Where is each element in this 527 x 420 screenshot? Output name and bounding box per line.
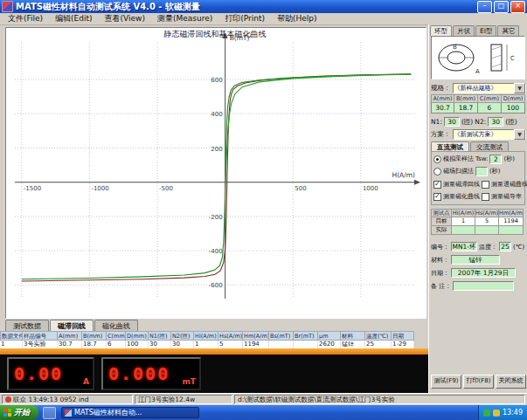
radio-sweep-method[interactable] — [433, 168, 441, 176]
menu-item-4[interactable]: 打印(Print) — [218, 13, 271, 24]
dim-value-field[interactable]: 6 — [478, 103, 502, 114]
menu-item-5[interactable]: 帮助(Help) — [271, 13, 323, 24]
sample-type-tab-1[interactable]: 片状 — [453, 25, 475, 36]
radio-sampling-method[interactable] — [433, 155, 441, 163]
temperature-field[interactable]: 25 — [499, 242, 511, 251]
result-cell[interactable]: 1194 — [243, 341, 269, 348]
menu-item-1[interactable]: 编辑(Edit) — [49, 13, 98, 24]
result-column-header[interactable]: Bs(mT) — [269, 331, 294, 341]
sample-type-tab-3[interactable]: 其它 — [497, 25, 519, 36]
plan-value: 《新测试方案》 — [454, 130, 515, 139]
result-column-header[interactable]: N1(匝) — [149, 331, 171, 341]
result-cell[interactable]: 30 — [149, 341, 171, 348]
chevron-down-icon[interactable]: ▼ — [514, 83, 525, 93]
close-button[interactable]: × — [510, 1, 525, 13]
check-label: 测量磁化曲线 — [443, 192, 480, 201]
result-column-header[interactable]: 温度(℃) — [365, 331, 392, 341]
sweep-field[interactable] — [475, 167, 488, 176]
checkbox-magnetization[interactable] — [433, 193, 441, 201]
table-row[interactable]: 13号实验30.718.7610030301511942620锰锌251-29 — [0, 341, 428, 348]
view-tab-2[interactable]: 磁化曲线 — [94, 320, 138, 331]
status-text: d:\测试数据\软磁测试数据\直流测试数据\江门3号实验 — [238, 396, 395, 404]
start-button[interactable]: 开始 — [0, 405, 38, 420]
menu-item-3[interactable]: 测量(Measure) — [151, 13, 218, 24]
result-cell[interactable]: 5 — [218, 341, 243, 348]
result-column-header[interactable]: 样品编号 — [23, 331, 58, 341]
points-column-header: Hm(A/m) — [499, 209, 524, 217]
minimize-button[interactable]: – — [477, 1, 492, 13]
result-column-header[interactable]: 数据文件 — [0, 331, 23, 341]
result-cell[interactable]: 1 — [194, 341, 218, 348]
shutdown-button[interactable]: 关闭系统 — [496, 375, 526, 389]
checkbox-demag[interactable] — [482, 181, 489, 189]
print-button[interactable]: 打印(F8) — [463, 375, 494, 389]
menu-item-2[interactable]: 查看(View) — [99, 13, 151, 24]
sample-type-tab-2[interactable]: EI型 — [475, 25, 496, 36]
result-column-header[interactable]: Br(mT) — [294, 331, 318, 341]
result-cell[interactable] — [294, 341, 318, 348]
menu-item-0[interactable]: 文件(File) — [2, 13, 49, 24]
points-cell[interactable]: 1 — [452, 217, 475, 226]
checkbox-hysteresis[interactable] — [433, 181, 441, 189]
points-cell[interactable]: 实际 — [431, 226, 452, 235]
result-column-header[interactable]: 材料 — [341, 331, 365, 341]
n1-field[interactable]: 30 — [444, 117, 460, 127]
tsw-field[interactable]: 2 — [489, 155, 502, 164]
view-tab-0[interactable]: 测试数据 — [5, 320, 49, 331]
tray-clock: 13:49 — [503, 409, 523, 417]
result-column-header[interactable]: 日期 — [392, 331, 414, 341]
chevron-down-icon[interactable]: ▼ — [514, 129, 525, 140]
points-cell[interactable]: 5 — [475, 217, 499, 226]
hysteresis-chart: -1500-1000-5005001000-600-400-2002004006… — [6, 28, 424, 316]
sample-test-panel: 环型片状EI型其它 B A C 规格： 《新样品规格》 ▼ — [428, 24, 527, 393]
result-cell[interactable]: 30 — [171, 341, 194, 348]
quick-launch-icon[interactable] — [43, 407, 56, 419]
sample-type-tab-0[interactable]: 环型 — [430, 25, 452, 36]
points-cell[interactable] — [499, 226, 524, 235]
dim-value-field[interactable]: 100 — [502, 103, 525, 114]
sample-id-field[interactable]: MN1-环 — [451, 242, 477, 251]
result-column-header[interactable]: B(mm) — [82, 331, 107, 341]
current-led-unit: A — [83, 377, 89, 386]
checkbox-permeability[interactable] — [482, 193, 489, 201]
test-options-box: 模拟采样法 Tsw: 2 (秒) 磁场扫描法 (秒) 测量磁滞回线 测量退磁曲线… — [431, 151, 525, 205]
points-cell[interactable] — [475, 226, 499, 235]
result-cell[interactable]: 锰锌 — [341, 341, 365, 348]
result-column-header[interactable]: D(mm) — [126, 331, 149, 341]
result-cell[interactable]: 30.7 — [58, 341, 82, 348]
test-button[interactable]: 测试(F9) — [431, 375, 461, 389]
result-cell[interactable]: 1-29 — [392, 341, 414, 348]
result-column-header[interactable]: C(mm) — [107, 331, 126, 341]
dim-value-field[interactable]: 18.7 — [454, 103, 478, 114]
maximize-button[interactable]: □ — [494, 1, 509, 13]
result-cell[interactable]: 100 — [126, 341, 149, 348]
note-field[interactable] — [453, 281, 514, 291]
result-column-header[interactable]: Hm(A/m) — [243, 331, 269, 341]
result-cell[interactable]: 2620 — [318, 341, 341, 348]
result-cell[interactable]: 6 — [107, 341, 126, 348]
result-column-header[interactable]: μm — [318, 331, 341, 341]
points-cell[interactable] — [452, 226, 475, 235]
date-field[interactable]: 2007年 1月29日 — [451, 268, 516, 278]
result-cell[interactable]: 25 — [365, 341, 392, 348]
tray-icon[interactable] — [493, 410, 500, 417]
result-column-header[interactable]: Hs(A/m) — [218, 331, 243, 341]
plan-combobox[interactable]: 《新测试方案》 ▼ — [453, 129, 527, 140]
result-cell[interactable] — [269, 341, 294, 348]
n2-field[interactable]: 30 — [488, 117, 503, 127]
result-column-header[interactable]: Hi(A/m) — [194, 331, 218, 341]
taskbar-task-button[interactable]: MATS磁性材料自动... — [61, 407, 199, 418]
result-column-header[interactable]: N2(匝) — [171, 331, 194, 341]
result-cell[interactable]: 1 — [0, 341, 23, 348]
dim-value-field[interactable]: 30.7 — [431, 103, 454, 114]
tray-icon[interactable] — [483, 410, 490, 417]
result-cell[interactable]: 18.7 — [82, 341, 107, 348]
points-cell[interactable]: 1194 — [499, 217, 524, 226]
points-cell[interactable]: 目标 — [431, 217, 452, 226]
material-field[interactable]: 锰锌 — [451, 255, 500, 265]
result-column-header[interactable]: A(mm) — [58, 331, 82, 341]
result-cell[interactable]: 3号实验 — [23, 341, 58, 348]
option-label: 磁场扫描法 — [443, 167, 474, 176]
spec-combobox[interactable]: 《新样品规格》 ▼ — [453, 83, 527, 93]
view-tab-1[interactable]: 磁滞回线 — [50, 320, 94, 331]
